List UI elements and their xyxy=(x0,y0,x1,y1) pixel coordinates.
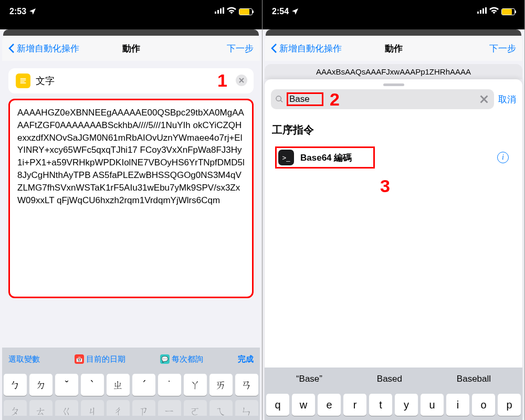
key[interactable]: q xyxy=(266,394,289,416)
text-action-title: 文字 xyxy=(36,75,55,87)
status-time: 2:54 xyxy=(272,7,289,16)
suggestion-1[interactable]: “Base” xyxy=(291,372,328,386)
search-input[interactable] xyxy=(289,94,321,104)
action-result-base64[interactable]: >_ Base64 編碼 i xyxy=(271,142,516,173)
svg-rect-2 xyxy=(220,8,222,14)
phone-left: 2:53 新增自動化操作 動作 下一步 文字 1 AAAAHGZ0eXBNNEE… xyxy=(0,0,262,420)
sheet-handle[interactable] xyxy=(383,83,404,86)
current-date-token[interactable]: 📅目前的日期 xyxy=(75,354,125,364)
annotation-1: 1 xyxy=(217,70,227,91)
keyboard-suggestions: “Base” Based Baseball xyxy=(265,368,522,391)
calendar-icon: 📅 xyxy=(75,354,84,364)
annotation-2: 2 xyxy=(330,89,340,110)
svg-rect-0 xyxy=(215,12,216,14)
key[interactable]: ㄢ xyxy=(235,374,258,396)
svg-rect-4 xyxy=(477,12,479,14)
key[interactable]: ˊ xyxy=(132,374,155,396)
svg-rect-6 xyxy=(482,8,484,14)
text-action-header: 文字 1 xyxy=(8,68,254,93)
wifi-icon xyxy=(227,7,236,16)
keyboard: ㄅㄉˇˋㄓˊ˙ㄚㄞㄢ ㄆㄊㄍㄐㄔㄗㄧㄛㄟㄣ xyxy=(2,371,260,420)
key[interactable]: ˋ xyxy=(81,374,104,396)
annotation-3: 3 xyxy=(380,176,525,196)
suggestion-3[interactable]: Baseball xyxy=(452,372,496,386)
background-text-peek: AAAxBsAAQsAAAFJxwAAAPp1ZHRhAAAA xyxy=(265,64,522,79)
info-icon[interactable]: i xyxy=(497,152,509,163)
key[interactable]: p xyxy=(498,394,521,416)
chat-icon: 💬 xyxy=(160,354,170,364)
svg-rect-7 xyxy=(485,7,487,14)
signal-icon xyxy=(215,7,224,16)
nav-title: 動作 xyxy=(122,43,140,55)
key[interactable]: ㄉ xyxy=(29,374,52,396)
location-icon xyxy=(28,7,37,16)
key[interactable]: r xyxy=(343,394,366,416)
nav-bar: 新增自動化操作 動作 下一步 xyxy=(2,36,260,61)
key[interactable]: ㄓ xyxy=(107,374,130,396)
key[interactable]: ㄅ xyxy=(4,374,27,396)
nav-next-button[interactable]: 下一步 xyxy=(489,43,516,55)
text-content-field[interactable]: AAAAHGZ0eXBNNEEgAAAAAE00QSBpc29tbXA0MgAA… xyxy=(8,99,254,298)
svg-rect-1 xyxy=(217,10,219,14)
ask-each-time-token[interactable]: 💬每次都詢 xyxy=(160,354,203,364)
text-icon xyxy=(16,74,30,88)
key[interactable]: y xyxy=(395,394,418,416)
status-bar: 2:54 xyxy=(262,0,524,23)
keyboard: qwertyuiop xyxy=(265,391,522,420)
clear-button[interactable] xyxy=(236,75,247,86)
select-variable-button[interactable]: 選取變數 xyxy=(8,354,40,364)
nav-next-button[interactable]: 下一步 xyxy=(227,43,254,55)
key[interactable]: ˙ xyxy=(158,374,181,396)
nav-back-button[interactable]: 新增自動化操作 xyxy=(271,43,342,55)
nav-back-button[interactable]: 新增自動化操作 xyxy=(8,43,79,55)
svg-rect-3 xyxy=(223,7,224,14)
nav-title: 動作 xyxy=(385,43,403,55)
clear-search-button[interactable] xyxy=(478,93,490,105)
key[interactable]: o xyxy=(472,394,495,416)
search-icon xyxy=(275,95,284,103)
status-bar: 2:53 xyxy=(0,0,262,23)
phone-right: 2:54 新增自動化操作 動作 下一步 AAAxBsAAQsAAAFJxwAAA… xyxy=(262,0,525,420)
key[interactable]: w xyxy=(292,394,315,416)
key[interactable]: u xyxy=(421,394,444,416)
status-time: 2:53 xyxy=(9,7,26,16)
svg-rect-5 xyxy=(480,10,481,14)
wifi-icon xyxy=(489,7,499,16)
suggestion-2[interactable]: Based xyxy=(372,372,407,386)
key[interactable]: ˇ xyxy=(55,374,78,396)
battery-icon xyxy=(239,8,253,15)
location-icon xyxy=(291,7,299,16)
key[interactable]: t xyxy=(369,394,392,416)
keyboard-accessory-bar: 選取變數 📅目前的日期 💬每次都詢 完成 xyxy=(2,348,260,371)
search-field[interactable]: 2 xyxy=(271,89,494,109)
nav-bar: 新增自動化操作 動作 下一步 xyxy=(265,36,522,61)
signal-icon xyxy=(477,7,487,16)
cancel-button[interactable]: 取消 xyxy=(498,93,516,106)
key[interactable]: ㄚ xyxy=(184,374,207,396)
section-header-scripting: 工序指令 xyxy=(265,114,522,142)
key[interactable]: i xyxy=(446,394,469,416)
key[interactable]: e xyxy=(318,394,341,416)
done-button[interactable]: 完成 xyxy=(238,354,254,364)
key[interactable]: ㄞ xyxy=(209,374,233,396)
battery-icon xyxy=(501,8,515,15)
